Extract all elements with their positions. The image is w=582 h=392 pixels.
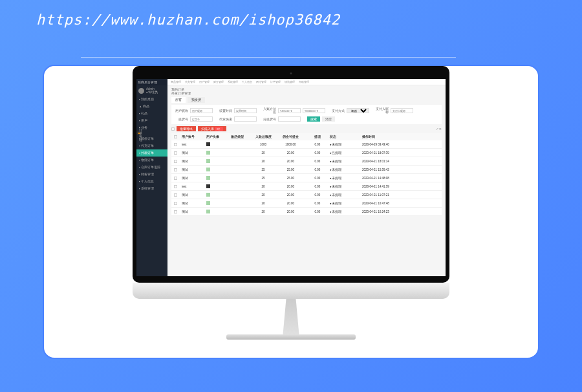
cell-activation: 25 <box>250 177 276 180</box>
filter-input-nickname[interactable] <box>190 108 213 113</box>
cell-activation: 25 <box>250 168 276 171</box>
filter-input-sub[interactable] <box>278 116 301 122</box>
cell-time: 2023-04-21 14:48:08 <box>362 177 407 180</box>
row-checkbox[interactable] <box>174 202 177 205</box>
col-type: 激活类型 <box>231 135 250 138</box>
cell-activation: 1000 <box>250 143 276 146</box>
user-block[interactable]: Admin ●管理员 <box>136 85 167 96</box>
cell-commission: 0.00 <box>305 143 330 146</box>
filter-input-time[interactable] <box>234 108 257 113</box>
top-menu-item[interactable]: 系统管理 <box>228 80 238 83</box>
cell-amount: 1000.00 <box>276 143 305 146</box>
sidebar-item[interactable]: ▪ 仓库订单追踪 <box>136 164 167 171</box>
top-menu-item[interactable]: 个人信息 <box>242 80 252 83</box>
order-table: 用户账号 用户头像 激活类型 入款总额度 佣金可提金 提现 状态 操作时间 te… <box>171 133 442 216</box>
scan-button[interactable]: 扫描入库 0个 <box>198 126 226 131</box>
watermark-url: https://www.huzhan.com/ishop36842 <box>36 12 340 28</box>
filter-input-pickup[interactable] <box>190 116 213 122</box>
cell-avatar <box>206 168 231 171</box>
filter-input-payer[interactable] <box>391 108 413 113</box>
header-checkbox[interactable] <box>174 135 177 138</box>
tab[interactable]: 预发货 <box>188 97 205 103</box>
table-tools[interactable]: ⤢ ⟳ <box>436 127 442 131</box>
crumb-2: 外发订单管理 <box>171 91 442 95</box>
breadcrumb: 我的订单 外发订单管理 <box>167 85 446 97</box>
search-button[interactable]: 搜索 <box>307 116 320 122</box>
sidebar-item[interactable]: ▪ 礼品 <box>136 110 167 117</box>
cell-avatar <box>206 210 231 213</box>
row-checkbox[interactable] <box>174 160 177 163</box>
cell-status: ●未提现 <box>330 185 362 188</box>
cell-time: 2023-04-21 15:59:42 <box>362 168 407 171</box>
select-all-checkbox[interactable] <box>171 127 175 131</box>
cell-activation: 20 <box>250 151 276 155</box>
cell-avatar <box>206 142 231 146</box>
sidebar-item[interactable]: ▪ 代充订单 <box>136 142 167 149</box>
cell-activation: 20 <box>250 193 276 197</box>
reset-button[interactable]: 清空 <box>322 116 335 122</box>
filter-label: 用户昵称 <box>175 109 188 113</box>
cell-avatar <box>206 184 231 188</box>
top-menu-item[interactable]: 帮助管理 <box>299 80 309 83</box>
divider <box>81 57 456 58</box>
sidebar-item[interactable]: ▪ 物流订单 <box>136 157 167 164</box>
cell-account: test <box>182 143 206 146</box>
top-menu-item[interactable]: 订单管理 <box>270 80 281 83</box>
sidebar-item[interactable]: ▪ 我的桌面 <box>136 96 167 103</box>
cell-avatar <box>206 176 231 180</box>
filter-label: 分提货号 <box>263 118 276 121</box>
sidebar-item[interactable]: ▪ 等价订单 <box>136 135 167 142</box>
cell-amount: 20.00 <box>276 193 305 197</box>
camera-dot <box>290 72 292 74</box>
top-menu-item[interactable]: 商品管理 <box>171 80 181 83</box>
row-checkbox[interactable] <box>174 168 177 171</box>
cell-account: test <box>182 185 206 188</box>
table-row: test2020.000.00●未提现2023-04-21 14:41:39 <box>171 182 442 191</box>
sidebar-item[interactable]: ▪ 个人信息 <box>136 178 167 185</box>
top-menu-item[interactable]: 用户管理 <box>199 80 210 83</box>
sidebar-item[interactable]: ▪ 用户 <box>136 117 167 124</box>
cell-account: 测试 <box>182 210 206 213</box>
top-menu-item[interactable]: 代充管理 <box>185 80 195 83</box>
app-screen: 后商后台管理 Admin ●管理员 ▪ 我的桌面▲ 商品▪ 礼品▪ 用户▪ 业务… <box>136 79 446 276</box>
cell-status: ●未提现 <box>330 202 362 205</box>
row-checkbox[interactable] <box>174 151 177 155</box>
sidebar-item[interactable]: ▪ 系统管理 <box>136 185 167 192</box>
filter-input-express[interactable] <box>234 116 257 122</box>
filter-input-max[interactable] <box>303 108 325 113</box>
row-checkbox[interactable] <box>174 143 177 146</box>
cell-amount: 20.00 <box>276 210 305 213</box>
row-checkbox[interactable] <box>174 177 177 180</box>
table-row: 测试2020.000.00●已提现2023-04-21 18:07:39 <box>171 149 442 157</box>
export-button[interactable]: 批量导出 <box>177 126 196 131</box>
filter-label: 支付人昵称 <box>376 107 389 114</box>
top-menu-item[interactable]: 物流管理 <box>285 80 295 83</box>
top-menu-item[interactable]: 网站管理 <box>256 80 266 83</box>
filter-input-min[interactable] <box>278 108 301 113</box>
row-checkbox[interactable] <box>174 193 177 197</box>
col-time: 操作时间 <box>362 135 407 138</box>
cell-time: 2023-04-21 18:07:39 <box>362 151 407 155</box>
cell-avatar <box>206 151 231 155</box>
sidebar-item[interactable]: ▪ 外发订单 <box>136 149 167 157</box>
filter-label: 支付方式 <box>332 109 345 113</box>
col-account: 用户账号 <box>182 135 206 138</box>
user-role: ●管理员 <box>146 91 158 94</box>
tab[interactable]: 所有 <box>171 97 186 103</box>
cell-status: ●未提现 <box>330 177 362 180</box>
filter-form: 用户昵称 设置时间 入账方法应 支付方式请选择 支付人昵称 提货号 代发快递 分… <box>171 105 442 124</box>
top-menu-item[interactable]: 财务管理 <box>213 80 224 83</box>
cell-status: ●未提现 <box>330 168 362 171</box>
cell-time: 2023-04-29 03:43:40 <box>362 143 407 146</box>
filter-select-pay[interactable]: 请选择 <box>347 108 369 113</box>
cell-activation: 20 <box>250 202 276 205</box>
sidebar-item[interactable]: ▲ 商品 <box>136 103 167 110</box>
table-header: 用户账号 用户头像 激活类型 入款总额度 佣金可提金 提现 状态 操作时间 <box>171 133 442 140</box>
sidebar-item[interactable]: ▪ 财务管理 <box>136 171 167 178</box>
col-withdraw: 提现 <box>305 135 330 138</box>
main-area: 商品管理代充管理用户管理财务管理系统管理个人信息网站管理订单管理物流管理帮助管理… <box>167 79 446 276</box>
cell-amount: 20.00 <box>276 160 305 163</box>
row-checkbox[interactable] <box>174 210 177 213</box>
row-checkbox[interactable] <box>174 185 177 188</box>
cell-status: ●未提现 <box>330 143 362 146</box>
